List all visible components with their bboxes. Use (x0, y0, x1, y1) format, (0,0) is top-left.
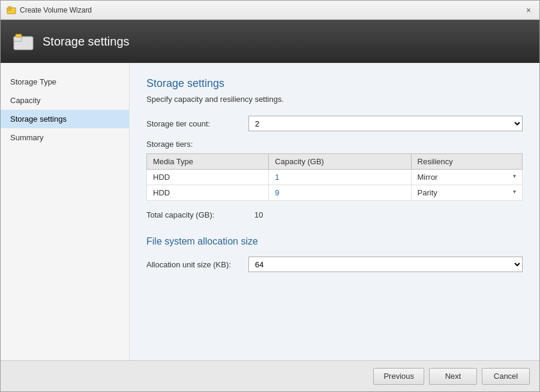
storage-tier-count-label: Storage tier count: (146, 119, 242, 128)
dialog-footer: Previous Next Cancel (1, 360, 539, 391)
storage-tiers-label: Storage tiers: (146, 140, 523, 149)
row2-media-type: HDD (147, 185, 269, 201)
table-row: HDD 9 Parity ▾ (147, 185, 523, 201)
dialog-header: Storage settings (1, 20, 539, 63)
allocation-unit-row: Allocation unit size (KB): 64 (146, 257, 523, 272)
sidebar: Storage Type Capacity Storage settings S… (1, 63, 130, 360)
table-row: HDD 1 Mirror ▾ (147, 170, 523, 185)
header-icon (13, 31, 34, 52)
next-button[interactable]: Next (429, 368, 477, 385)
file-system-section-title: File system allocation size (146, 236, 523, 247)
resiliency-dropdown-arrow-2: ▾ (513, 188, 516, 195)
storage-tiers-table: Media Type Capacity (GB) Resiliency HDD … (146, 153, 523, 201)
cancel-button[interactable]: Cancel (482, 368, 530, 385)
previous-button[interactable]: Previous (373, 368, 424, 385)
create-volume-wizard: Create Volume Wizard × Storage settings … (0, 0, 540, 392)
row1-resiliency[interactable]: Mirror ▾ (411, 170, 522, 185)
title-bar-left: Create Volume Wizard (7, 5, 92, 15)
storage-tier-count-select[interactable]: 2 (248, 116, 523, 131)
close-button[interactable]: × (524, 6, 533, 14)
row1-media-type: HDD (147, 170, 269, 185)
svg-rect-5 (16, 34, 22, 37)
total-capacity-row: Total capacity (GB): 10 (146, 210, 523, 219)
svg-rect-2 (8, 7, 11, 8)
allocation-unit-label: Allocation unit size (KB): (146, 260, 242, 269)
sidebar-item-summary[interactable]: Summary (1, 128, 129, 147)
title-bar: Create Volume Wizard × (1, 1, 539, 20)
allocation-unit-select[interactable]: 64 (248, 257, 523, 272)
wizard-icon (7, 5, 16, 15)
sidebar-item-capacity[interactable]: Capacity (1, 91, 129, 110)
storage-tier-count-row: Storage tier count: 2 (146, 116, 523, 131)
col-header-resiliency: Resiliency (411, 154, 522, 170)
content-area: Storage settings Specify capacity and re… (130, 63, 539, 360)
total-capacity-value: 10 (254, 210, 263, 219)
sidebar-item-storage-settings[interactable]: Storage settings (1, 110, 129, 128)
table-header-row: Media Type Capacity (GB) Resiliency (147, 154, 523, 170)
title-bar-text: Create Volume Wizard (20, 6, 92, 14)
dialog-body: Storage Type Capacity Storage settings S… (1, 63, 539, 360)
row2-resiliency[interactable]: Parity ▾ (411, 185, 522, 201)
content-subtitle: Specify capacity and resiliency settings… (146, 95, 523, 104)
content-title: Storage settings (146, 77, 523, 90)
col-header-capacity: Capacity (GB) (269, 154, 411, 170)
resiliency-dropdown-arrow-1: ▾ (513, 173, 516, 179)
sidebar-item-storage-type[interactable]: Storage Type (1, 73, 129, 91)
header-title: Storage settings (43, 35, 130, 49)
row1-capacity[interactable]: 1 (269, 170, 411, 185)
col-header-media-type: Media Type (147, 154, 269, 170)
total-capacity-label: Total capacity (GB): (146, 210, 242, 219)
row2-capacity[interactable]: 9 (269, 185, 411, 201)
